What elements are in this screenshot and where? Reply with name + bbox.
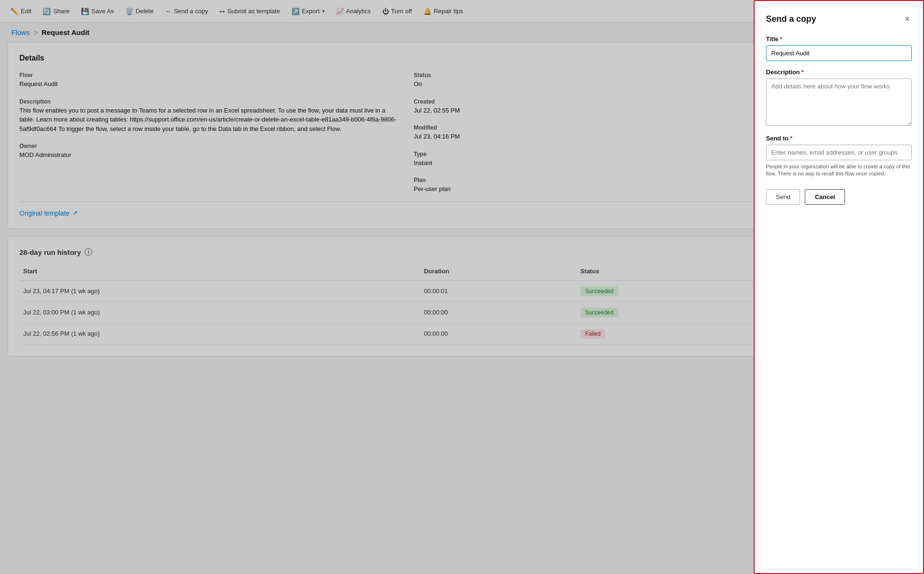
description-required: * xyxy=(801,69,804,76)
send-to-hint: People in your organization will be able… xyxy=(766,163,912,178)
title-form-group: Title * xyxy=(766,35,912,61)
send-to-label-group: Send to * xyxy=(766,135,912,142)
send-to-required: * xyxy=(790,135,792,142)
title-input[interactable] xyxy=(766,45,912,61)
send-copy-dialog: Send a copy × Title * Description * Send… xyxy=(754,0,924,372)
description-form-group: Description * xyxy=(766,69,912,127)
dialog-close-button[interactable]: × xyxy=(903,12,912,26)
send-button[interactable]: Send xyxy=(766,189,800,205)
dialog-actions: Send Cancel xyxy=(766,189,912,205)
cancel-button[interactable]: Cancel xyxy=(805,189,845,205)
title-required: * xyxy=(780,35,783,43)
dialog-title: Send a copy xyxy=(766,14,816,24)
dialog-header: Send a copy × xyxy=(766,12,912,26)
dialog-overlay: Send a copy × Title * Description * Send… xyxy=(0,0,924,372)
description-label-group: Description * xyxy=(766,69,912,76)
description-textarea[interactable] xyxy=(766,78,912,126)
title-label: Title * xyxy=(766,35,912,43)
send-to-form-group: Send to * People in your organization wi… xyxy=(766,135,912,178)
send-to-input[interactable] xyxy=(766,145,912,160)
